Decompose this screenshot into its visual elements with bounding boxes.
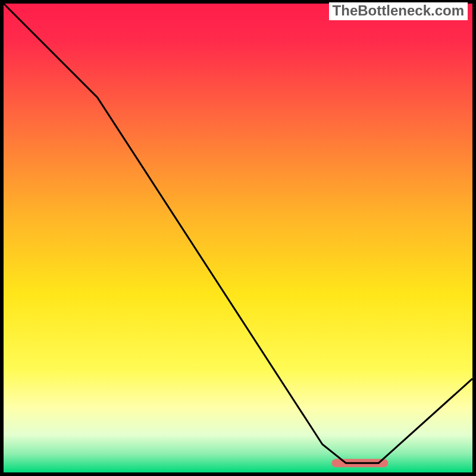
chart-canvas xyxy=(4,4,472,472)
watermark-text: TheBottleneck.com xyxy=(329,2,468,20)
chart-frame: TheBottleneck.com xyxy=(0,0,476,476)
